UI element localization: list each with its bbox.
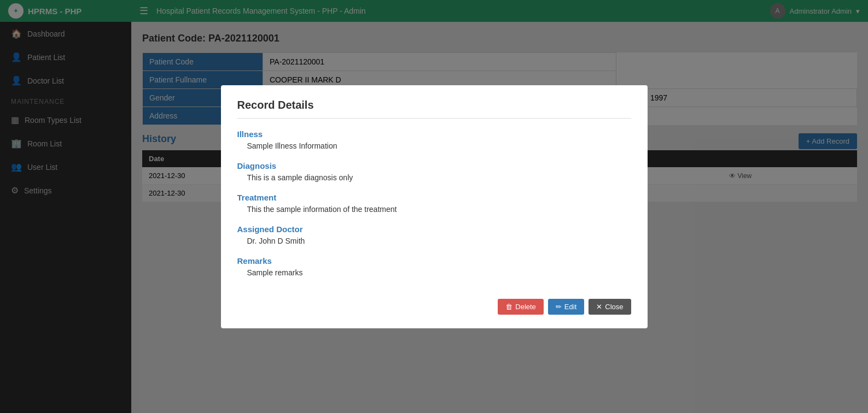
diagnosis-label: Diagnosis (237, 161, 631, 170)
treatment-field: Treatment This the sample information of… (237, 193, 631, 214)
delete-button[interactable]: 🗑 Delete (498, 299, 544, 315)
modal-overlay[interactable]: Record Details Illness Sample Illness In… (0, 0, 868, 413)
treatment-label: Treatment (237, 193, 631, 202)
trash-icon: 🗑 (505, 303, 512, 311)
remarks-field: Remarks Sample remarks (237, 256, 631, 277)
assigned-doctor-value: Dr. John D Smith (237, 237, 631, 245)
remarks-label: Remarks (237, 256, 631, 266)
diagnosis-value: This is a sample diagnosis only (237, 173, 631, 182)
treatment-value: This the sample information of the treat… (237, 205, 631, 214)
assigned-doctor-field: Assigned Doctor Dr. John D Smith (237, 225, 631, 245)
illness-value: Sample Illness Information (237, 141, 631, 150)
modal-title: Record Details (237, 99, 631, 119)
close-icon: ✕ (596, 303, 602, 311)
close-button[interactable]: ✕ Close (589, 299, 631, 315)
diagnosis-field: Diagnosis This is a sample diagnosis onl… (237, 161, 631, 182)
edit-icon: ✏ (556, 303, 562, 311)
modal-footer: 🗑 Delete ✏ Edit ✕ Close (237, 291, 631, 315)
edit-button[interactable]: ✏ Edit (548, 299, 584, 315)
remarks-value: Sample remarks (237, 268, 631, 277)
illness-label: Illness (237, 129, 631, 139)
record-details-modal: Record Details Illness Sample Illness In… (221, 85, 648, 328)
illness-field: Illness Sample Illness Information (237, 129, 631, 150)
assigned-doctor-label: Assigned Doctor (237, 225, 631, 234)
